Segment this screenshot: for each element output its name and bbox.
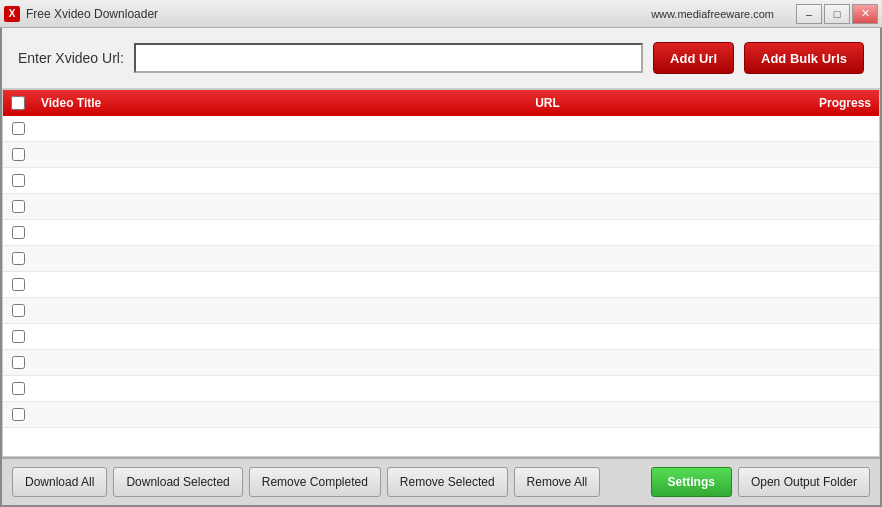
table-row (3, 246, 879, 272)
table-row (3, 272, 879, 298)
open-output-folder-button[interactable]: Open Output Folder (738, 467, 870, 497)
row-checkbox[interactable] (12, 122, 25, 135)
remove-completed-button[interactable]: Remove Completed (249, 467, 381, 497)
download-table-container: Video Title URL Progress (2, 89, 880, 457)
select-all-checkbox-cell[interactable] (3, 96, 33, 110)
table-body (3, 116, 879, 456)
title-bar-left: X Free Xvideo Downloader (4, 6, 158, 22)
row-checkbox[interactable] (12, 252, 25, 265)
table-row (3, 220, 879, 246)
window-controls: – □ ✕ (796, 4, 878, 24)
row-checkbox[interactable] (12, 148, 25, 161)
row-checkbox[interactable] (12, 304, 25, 317)
video-title-header: Video Title (33, 96, 376, 110)
row-checkbox[interactable] (12, 382, 25, 395)
website-url: www.mediafreeware.com (651, 8, 774, 20)
bottom-toolbar: Download All Download Selected Remove Co… (2, 457, 880, 505)
table-row (3, 298, 879, 324)
settings-button[interactable]: Settings (651, 467, 732, 497)
minimize-button[interactable]: – (796, 4, 822, 24)
close-button[interactable]: ✕ (852, 4, 878, 24)
app-icon: X (4, 6, 20, 22)
app-title: Free Xvideo Downloader (26, 7, 158, 21)
table-row (3, 376, 879, 402)
table-row (3, 116, 879, 142)
table-row (3, 402, 879, 428)
row-checkbox[interactable] (12, 226, 25, 239)
table-row (3, 194, 879, 220)
remove-selected-button[interactable]: Remove Selected (387, 467, 508, 497)
url-header: URL (376, 96, 719, 110)
row-checkbox[interactable] (12, 330, 25, 343)
row-checkbox[interactable] (12, 174, 25, 187)
table-header: Video Title URL Progress (3, 90, 879, 116)
download-all-button[interactable]: Download All (12, 467, 107, 497)
table-row (3, 350, 879, 376)
url-bar: Enter Xvideo Url: Add Url Add Bulk Urls (2, 28, 880, 89)
row-checkbox[interactable] (12, 278, 25, 291)
remove-all-button[interactable]: Remove All (514, 467, 601, 497)
url-label: Enter Xvideo Url: (18, 50, 124, 66)
table-row (3, 142, 879, 168)
select-all-checkbox[interactable] (11, 96, 25, 110)
row-checkbox[interactable] (12, 356, 25, 369)
url-input[interactable] (134, 43, 643, 73)
maximize-button[interactable]: □ (824, 4, 850, 24)
progress-header: Progress (719, 96, 879, 110)
row-checkbox[interactable] (12, 408, 25, 421)
add-bulk-urls-button[interactable]: Add Bulk Urls (744, 42, 864, 74)
add-url-button[interactable]: Add Url (653, 42, 734, 74)
row-checkbox[interactable] (12, 200, 25, 213)
table-row (3, 168, 879, 194)
main-window: Enter Xvideo Url: Add Url Add Bulk Urls … (0, 28, 882, 507)
download-selected-button[interactable]: Download Selected (113, 467, 242, 497)
title-bar: X Free Xvideo Downloader www.mediafreewa… (0, 0, 882, 28)
table-row (3, 324, 879, 350)
